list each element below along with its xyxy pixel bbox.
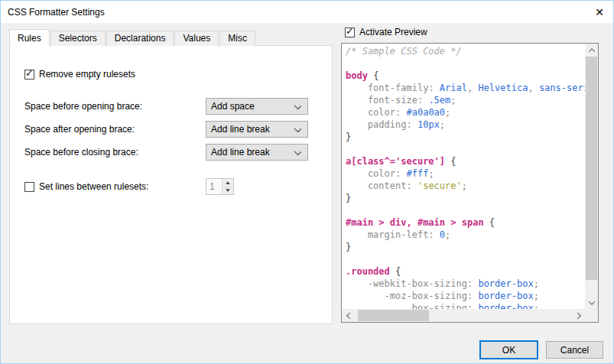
horizontal-scrollbar[interactable] (342, 309, 585, 322)
spinner-up-button[interactable] (223, 179, 233, 187)
css-formatter-settings-dialog: CSS Formatter Settings ✕ RulesSelectorsD… (0, 0, 614, 364)
tab-misc[interactable]: Misc (219, 31, 255, 46)
check-icon: ✓ (25, 68, 34, 78)
code-line: padding: 10px; (346, 119, 585, 131)
code-line: } (346, 131, 585, 143)
chevron-left-icon (346, 312, 352, 318)
checkbox-box[interactable]: ✓ (345, 28, 355, 37)
scroll-down-button[interactable] (585, 296, 598, 309)
form-row: Space before closing brace:Add line brea… (10, 144, 332, 161)
code-line: font-family: Arial, Helvetica, sans-seri… (346, 82, 585, 94)
set-lines-between-rulesets-checkbox[interactable]: ✓ Set lines between rulesets: (24, 180, 148, 193)
checkbox-box[interactable]: ✓ (24, 70, 34, 80)
form-row-label: Space before opening brace: (24, 98, 142, 115)
activate-preview-label: Activate Preview (359, 27, 427, 37)
code-line: } (346, 192, 585, 204)
scroll-right-button[interactable] (572, 309, 585, 322)
arrow-up-icon (226, 181, 230, 184)
checkbox-box[interactable]: ✓ (24, 182, 34, 192)
tab-rules[interactable]: Rules (9, 29, 50, 47)
scrollbar-corner (585, 309, 598, 322)
scroll-up-button[interactable] (585, 44, 598, 57)
code-line: -webkit-box-sizing: border-box; (346, 278, 585, 290)
brace-option-rows: Space before opening brace:Add spaceSpac… (10, 98, 332, 167)
code-line: content: 'secure'; (346, 180, 585, 192)
css-preview-code: /* Sample CSS Code */body { font-family:… (342, 44, 585, 309)
code-line: font-size: .5em; (346, 94, 585, 106)
chevron-down-icon (294, 125, 301, 132)
spinner-down-button[interactable] (223, 187, 233, 195)
lines-between-rulesets-spinner: 1 (206, 178, 234, 195)
form-row-label: Space before closing brace: (24, 144, 138, 161)
code-line: color: #fff; (346, 167, 585, 180)
code-line (346, 57, 585, 70)
combo-1[interactable]: Add line break (206, 121, 308, 138)
check-icon: ✓ (346, 26, 354, 36)
code-line: } (346, 241, 585, 253)
code-line: body { (346, 70, 585, 82)
close-icon[interactable]: ✕ (592, 5, 607, 20)
form-row: Space after opening brace:Add line break (10, 121, 332, 138)
combo-0[interactable]: Add space (206, 98, 308, 115)
combo-2[interactable]: Add line break (206, 144, 308, 161)
chevron-down-icon (294, 102, 301, 109)
tab-strip: RulesSelectorsDeclarationsValuesMisc (9, 28, 256, 46)
code-line: #main > div, #main > span { (346, 216, 585, 229)
spinner-buttons (222, 179, 233, 194)
combo-value: Add line break (211, 147, 270, 158)
form-row-label: Space after opening brace: (24, 121, 135, 138)
title-bar: CSS Formatter Settings ✕ (1, 1, 613, 23)
window-title: CSS Formatter Settings (8, 7, 105, 18)
form-row: Space before opening brace:Add space (10, 98, 332, 115)
vertical-scrollbar-thumb[interactable] (586, 57, 597, 280)
scroll-left-button[interactable] (342, 309, 355, 322)
rules-tab-panel: ✓ Remove empty rulesets Space before ope… (9, 45, 333, 324)
code-line (346, 204, 585, 216)
chevron-down-icon (294, 148, 301, 155)
horizontal-scrollbar-thumb[interactable] (358, 310, 429, 321)
vertical-scrollbar[interactable] (585, 44, 598, 309)
combo-value: Add space (211, 101, 255, 112)
spinner-value[interactable]: 1 (206, 179, 222, 194)
code-line (346, 143, 585, 155)
ok-button[interactable]: OK (479, 340, 538, 359)
code-line: a[class^='secure'] { (346, 155, 585, 167)
css-preview-box: /* Sample CSS Code */body { font-family:… (341, 43, 599, 323)
code-line (346, 253, 585, 265)
code-line: box-sizing: border-box; (346, 302, 585, 309)
cancel-button[interactable]: Cancel (546, 341, 603, 359)
set-lines-between-rulesets-label: Set lines between rulesets: (39, 181, 148, 192)
combo-value: Add line break (211, 124, 270, 135)
code-line: /* Sample CSS Code */ (346, 45, 585, 57)
activate-preview-checkbox[interactable]: ✓ Activate Preview (345, 26, 427, 38)
tab-selectors[interactable]: Selectors (50, 31, 106, 46)
chevron-down-icon (588, 298, 594, 304)
remove-empty-rulesets-checkbox[interactable]: ✓ Remove empty rulesets (24, 68, 135, 80)
tab-declarations[interactable]: Declarations (106, 31, 174, 46)
chevron-right-icon (574, 312, 580, 318)
chevron-up-icon (588, 48, 594, 54)
code-line: margin-left: 0; (346, 229, 585, 241)
code-line: color: #a0a0a0; (346, 106, 585, 119)
arrow-down-icon (226, 189, 230, 192)
code-line: -moz-box-sizing: border-box; (346, 290, 585, 302)
remove-empty-rulesets-label: Remove empty rulesets (39, 69, 135, 80)
code-line: .rounded { (346, 265, 585, 278)
tab-values[interactable]: Values (174, 31, 219, 46)
